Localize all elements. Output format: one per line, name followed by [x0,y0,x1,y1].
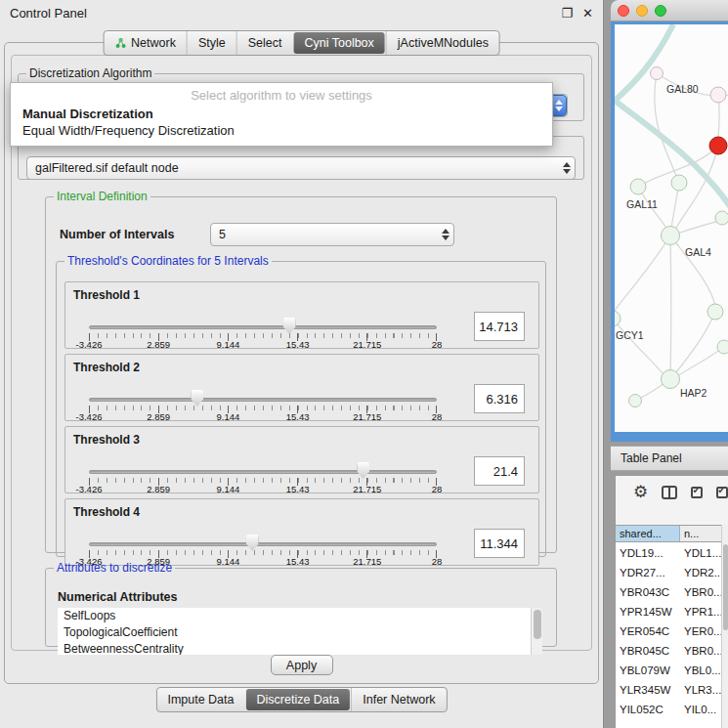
column-header-shared-name[interactable]: shared... [616,526,680,541]
network-node[interactable] [630,179,646,194]
cell[interactable]: YPR1... [680,606,721,618]
threshold-value-input[interactable]: 14.713 [474,312,525,341]
network-node[interactable] [662,370,680,389]
network-node-selected[interactable] [709,137,727,154]
table-row[interactable]: YIL052C YIL0... [616,700,721,719]
tab-cyni-toolbox[interactable]: Cyni Toolbox [293,32,384,54]
cell[interactable]: YBR045C [616,645,680,657]
table-scrollbar[interactable] [721,525,728,728]
cell[interactable]: YPR145W [616,606,680,618]
table-row[interactable]: YLR345W YLR3... [616,680,721,700]
close-window-icon[interactable]: ✕ [582,6,593,21]
scale-label: 9.144 [217,484,240,494]
cell[interactable]: YBR043C [616,586,680,598]
table-row[interactable]: YBL079W YBL0... [616,661,721,680]
slider-track[interactable] [89,542,437,546]
network-node[interactable] [671,175,687,191]
cell[interactable]: YBL079W [616,664,680,676]
threshold-box-4: Threshold 4 -3.426 2.859 9.144 15.43 21.… [64,498,539,566]
tab-jactivemnodules[interactable]: jActiveMNodules [386,31,499,55]
network-node[interactable] [615,311,621,326]
table-row[interactable]: YER054C YER0... [616,621,721,641]
float-window-icon[interactable]: ❐ [561,6,573,21]
gear-icon[interactable]: ⚙ [633,484,648,500]
slider-track[interactable] [89,325,437,329]
cell[interactable]: YDL1... [680,547,721,559]
combo-stepper-icon[interactable] [558,157,575,179]
scrollbar-thumb[interactable] [723,544,728,630]
network-node[interactable] [717,340,728,354]
attributes-fieldset: Attributes to discretize Numerical Attri… [45,561,557,647]
table-row[interactable]: YBR045C YBR0... [616,641,721,661]
scale-label: 9.144 [217,411,240,422]
attributes-list: SelfLoops TopologicalCoefficient Between… [58,608,542,655]
table-toolbar: ⚙ [616,476,728,525]
slider-thumb[interactable] [191,390,203,407]
apply-button[interactable]: Apply [271,655,333,675]
slider-thumb[interactable] [283,318,296,334]
table-row[interactable]: YDL19... YDL1... [616,543,721,563]
network-canvas[interactable]: GAL80 GAL11 GAL4 GCY1 HAP2 [615,24,728,432]
cell[interactable]: YER054C [616,625,680,637]
combo-stepper-icon[interactable] [437,224,453,245]
table-row[interactable]: YPR145W YPR1... [616,602,721,621]
slider-thumb[interactable] [246,535,259,551]
table-data-combobox[interactable]: galFiltered.sif default node [26,156,576,180]
checkbox-select-all-icon[interactable] [716,487,728,498]
number-of-intervals-combobox[interactable]: 5 [210,223,454,246]
slider-track[interactable] [89,398,437,402]
tab-select[interactable]: Select [236,31,293,55]
tab-style[interactable]: Style [187,31,236,55]
scale-label: 28 [432,339,443,350]
cell[interactable]: YDL19... [616,547,680,559]
slider-thumb[interactable] [357,462,369,479]
table-row[interactable]: YBR043C YBR0... [616,582,721,602]
cell[interactable]: YBR0... [680,586,721,598]
network-node[interactable] [707,304,723,320]
tab-label: Network [131,36,176,50]
tab-infer-network[interactable]: Infer Network [351,688,446,711]
cell[interactable]: YIL052C [616,704,680,715]
columns-icon[interactable] [662,486,677,499]
cell[interactable]: YDR2... [680,567,721,578]
threshold-box-3: Threshold 3 -3.426 2.859 9.144 15.43 21.… [64,426,539,493]
network-node[interactable] [651,67,664,80]
network-node[interactable] [629,395,642,407]
threshold-value-input[interactable]: 11.344 [474,529,525,558]
popup-item-manual-discretization[interactable]: Manual Discretization [11,106,552,122]
cell[interactable]: YBR0... [680,645,721,657]
network-node[interactable] [710,87,726,103]
tab-discretize-data[interactable]: Discretize Data [246,689,351,710]
traffic-light-zoom-icon[interactable] [655,5,666,17]
traffic-light-close-icon[interactable] [618,5,629,17]
cell[interactable]: YLR345W [616,684,680,696]
bottom-tabstrip: Impute Data Discretize Data Infer Networ… [155,687,447,712]
network-node[interactable] [715,211,728,225]
threshold-value-input[interactable]: 6.316 [474,384,525,413]
threshold-value-input[interactable]: 21.4 [474,456,525,486]
network-window-titlebar [611,0,728,21]
list-item[interactable]: TopologicalCoefficient [58,624,542,641]
cell[interactable]: YBL0... [680,664,721,676]
scrollbar-thumb[interactable] [534,610,541,639]
cell[interactable]: YLR3... [680,684,721,696]
list-item[interactable]: SelfLoops [58,608,542,624]
cell[interactable]: YDR27... [616,567,680,578]
node-label: GAL80 [666,83,699,95]
traffic-light-minimize-icon[interactable] [636,5,648,17]
list-item[interactable]: BetweennessCentrality [58,641,542,655]
interval-definition-fieldset: Interval Definition Number of Intervals … [45,190,557,553]
tab-network[interactable]: Network [104,31,187,55]
popup-item-equal-width-frequency[interactable]: Equal Width/Frequency Discretization [11,122,552,139]
checkbox-select-icon[interactable] [691,487,703,498]
slider-track[interactable] [89,470,437,474]
column-header-name[interactable]: n... [680,526,722,541]
list-scrollbar[interactable] [531,608,542,655]
tab-label: jActiveMNodules [398,36,489,50]
network-node[interactable] [662,227,680,245]
scale-label: 15.43 [286,339,310,350]
cell[interactable]: YIL0... [680,704,721,715]
table-row[interactable]: YDR27... YDR2... [616,563,721,582]
cell[interactable]: YER0... [680,625,721,637]
tab-impute-data[interactable]: Impute Data [156,688,244,711]
